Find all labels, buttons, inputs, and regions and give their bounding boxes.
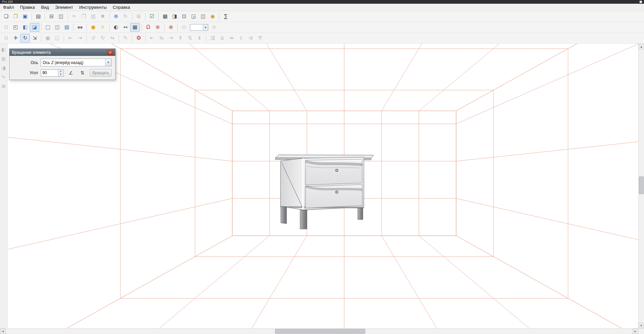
fit-height-button[interactable]: ⇳	[236, 34, 246, 43]
solid-cube-view-button[interactable]: ◧	[20, 23, 30, 32]
scroll-up-icon[interactable]: ▲	[639, 44, 644, 49]
menu-element[interactable]: Элемент	[52, 4, 76, 11]
cut-button[interactable]: ✂	[70, 12, 79, 21]
rotate-button[interactable]: Вращать	[90, 69, 112, 77]
zoom-level-combobox[interactable]: ▾	[190, 24, 208, 31]
axis-select[interactable]: Ось Z (вперёд-назад) ▾	[41, 59, 112, 66]
cabinet-model[interactable]	[275, 155, 374, 229]
angle-input[interactable]	[41, 70, 58, 76]
print-button[interactable]: ⊟	[47, 12, 56, 21]
center-view-button[interactable]: ⊕	[166, 23, 176, 32]
scroll-right-icon[interactable]: ►	[632, 329, 638, 334]
panel-top-view-button[interactable]: ◧	[1, 46, 7, 53]
price-list-button[interactable]: ▤	[34, 12, 43, 21]
textured-view-button[interactable]: ▨	[62, 23, 72, 32]
wireframe-view-button[interactable]: □	[43, 23, 53, 32]
ungroup-button[interactable]: ◱	[53, 34, 62, 43]
rotate-tool-button[interactable]: ↻	[20, 34, 30, 43]
magnet-snap-button[interactable]: Ω	[143, 23, 153, 32]
panel-edit-button[interactable]: ✎	[1, 74, 7, 80]
menu-file[interactable]: Файл	[0, 4, 17, 11]
material-button[interactable]: ❂	[134, 34, 143, 43]
chevron-down-icon[interactable]: ▾	[203, 24, 208, 30]
properties-button[interactable]: ⊞	[134, 12, 143, 21]
copy-button[interactable]: ❐	[79, 12, 89, 21]
print-preview-button[interactable]: ◫	[56, 12, 66, 21]
perspective-view-button[interactable]: ◪	[30, 23, 39, 32]
plan-view-button[interactable]: ◰	[11, 23, 20, 32]
vertical-scrollbar[interactable]: ▲ ▼	[638, 44, 644, 328]
viewport-3d[interactable]: Вращение элемента x Ось Ось Z (вперёд-на…	[7, 44, 638, 328]
distribute-h-button[interactable]: ⇶	[208, 34, 217, 43]
align-right-button[interactable]: ⇥	[166, 34, 176, 43]
hidden-line-view-button[interactable]: ◫	[53, 23, 62, 32]
space-equal-v-button[interactable]: ⇈	[255, 34, 265, 43]
panel-front-view-button[interactable]: ▤	[1, 56, 7, 62]
align-center-h-button[interactable]: ⇆	[157, 34, 166, 43]
window-controls-icon[interactable]	[640, 1, 642, 3]
fit-width-button[interactable]: ⇹	[227, 34, 236, 43]
menu-help[interactable]: Справка	[110, 4, 133, 11]
save-project-button[interactable]: ▣	[20, 12, 30, 21]
delete-button[interactable]: ✖	[98, 12, 108, 21]
history-button[interactable]: ↻	[121, 12, 130, 21]
menu-view[interactable]: Вид	[38, 4, 52, 11]
open-project-button[interactable]: ❒	[11, 12, 20, 21]
grid-button[interactable]: ▦	[130, 23, 140, 32]
calculation-button[interactable]: ∑	[221, 12, 231, 21]
chevron-down-icon[interactable]: ▾	[105, 59, 111, 66]
shadows-button[interactable]: ◐	[111, 23, 121, 32]
report-cost-button[interactable]: ◉	[208, 12, 217, 21]
horizontal-scrollbar-thumb[interactable]	[275, 329, 365, 334]
text-labels-button[interactable]: aа	[75, 23, 85, 32]
zoom-select-button[interactable]: ⊙	[179, 23, 189, 32]
report-cutting-button[interactable]: ⊡	[179, 12, 189, 21]
rotation-dialog-titlebar[interactable]: Вращение элемента x	[9, 49, 115, 56]
space-equal-h-button[interactable]: ⇉	[246, 34, 255, 43]
selection-mode-button[interactable]: ∷	[1, 23, 11, 32]
vertical-scrollbar-thumb[interactable]	[639, 176, 644, 194]
group-button[interactable]: ▣	[43, 34, 53, 43]
report-preview-button[interactable]: ◨	[170, 12, 179, 21]
spin-down-icon[interactable]: ▼	[58, 73, 63, 76]
align-middle-button[interactable]: ⇅	[185, 34, 195, 43]
bring-forward-button[interactable]: ⇤	[66, 34, 75, 43]
send-back-button[interactable]: ⇥	[75, 34, 85, 43]
close-icon[interactable]: x	[108, 50, 113, 55]
align-left-button[interactable]: ⇤	[147, 34, 157, 43]
mirror-button[interactable]: ⇋	[108, 34, 117, 43]
horizontal-scrollbar-track[interactable]	[6, 329, 632, 334]
align-top-button[interactable]: ⇞	[176, 34, 185, 43]
menu-tools[interactable]: Инструменты	[76, 4, 110, 11]
spin-up-icon[interactable]: ▲	[58, 70, 63, 73]
internet-button[interactable]: ⊛	[111, 12, 121, 21]
measure-tool-button[interactable]: ⇲	[30, 34, 39, 43]
scroll-left-icon[interactable]: ◄	[0, 329, 6, 334]
render-quality-button[interactable]: ●	[89, 23, 98, 32]
paste-button[interactable]: ▥	[89, 12, 98, 21]
distribute-v-button[interactable]: ⇊	[217, 34, 227, 43]
report-elements-button[interactable]: ◲	[189, 12, 198, 21]
dimensions-button[interactable]: ↔	[121, 23, 130, 32]
snap-grid-button[interactable]: ∷	[1, 34, 11, 43]
report-summary-button[interactable]: ▦	[160, 12, 170, 21]
scroll-down-icon[interactable]: ▼	[639, 322, 644, 328]
flip-direction-button[interactable]: ⇅	[78, 69, 87, 77]
report-layout-button[interactable]: ◫	[198, 12, 208, 21]
edit-shape-button[interactable]: ✎	[121, 34, 130, 43]
zoom-window-button[interactable]: ⊙	[209, 23, 219, 32]
horizontal-scrollbar[interactable]: ◄ ►	[0, 328, 644, 334]
new-project-button[interactable]: ❏	[1, 12, 11, 21]
textured-view-icon: ▨	[64, 25, 69, 30]
standards-check-button[interactable]: ☑	[147, 12, 157, 21]
align-bottom-button[interactable]: ⇟	[195, 34, 204, 43]
menu-edit[interactable]: Правка	[17, 4, 38, 11]
panel-props-button[interactable]: ⊞	[1, 83, 7, 89]
move-tool-button[interactable]: ✛	[11, 34, 20, 43]
rotate-right-button[interactable]: ↻	[98, 34, 108, 43]
lighting-button[interactable]: ☼	[98, 23, 108, 32]
angle-measure-button[interactable]: ∠	[66, 69, 75, 77]
auto-arrange-button[interactable]: ⊛	[153, 23, 162, 32]
panel-side-view-button[interactable]: ◨	[1, 65, 7, 71]
rotate-left-button[interactable]: ↺	[89, 34, 98, 43]
